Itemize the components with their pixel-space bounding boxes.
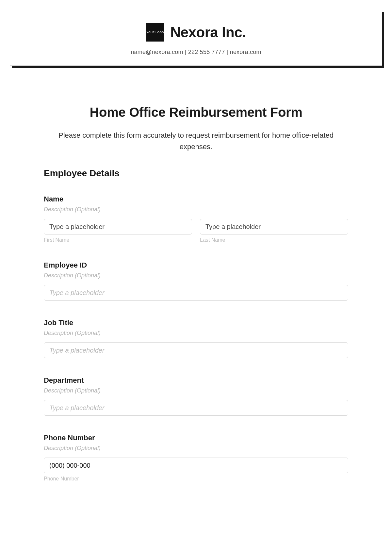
last-name-input[interactable] [200,219,348,235]
first-name-input[interactable] [44,219,192,235]
company-name: Nexora Inc. [170,24,246,41]
department-label: Department [44,376,348,385]
letterhead-card: YOUR LOGO Nexora Inc. name@nexora.com | … [10,10,382,66]
name-label: Name [44,195,348,203]
section-employee-details: Employee Details [44,168,348,179]
logo-placeholder: YOUR LOGO [146,23,164,42]
phone-desc: Description (Optional) [44,445,348,452]
field-employee-id: Employee ID Description (Optional) [44,261,348,301]
employee-id-label: Employee ID [44,261,348,269]
field-phone: Phone Number Description (Optional) Phon… [44,434,348,482]
job-title-desc: Description (Optional) [44,330,348,337]
department-desc: Description (Optional) [44,387,348,394]
field-name: Name Description (Optional) First Name L… [44,195,348,243]
job-title-input[interactable] [44,342,348,358]
page: YOUR LOGO Nexora Inc. name@nexora.com | … [0,0,392,482]
name-desc: Description (Optional) [44,206,348,213]
job-title-label: Job Title [44,319,348,327]
first-name-col: First Name [44,219,192,243]
phone-label: Phone Number [44,434,348,442]
phone-sublabel: Phone Number [44,476,348,482]
letterhead-title-row: YOUR LOGO Nexora Inc. [17,23,375,42]
employee-id-desc: Description (Optional) [44,272,348,279]
contact-line: name@nexora.com | 222 555 7777 | nexora.… [17,49,375,56]
name-input-row: First Name Last Name [44,219,348,243]
department-input[interactable] [44,400,348,416]
form-intro: Please complete this form accurately to … [44,130,348,152]
form-title: Home Office Reimbursement Form [44,105,348,120]
last-name-col: Last Name [200,219,348,243]
field-job-title: Job Title Description (Optional) [44,319,348,358]
field-department: Department Description (Optional) [44,376,348,416]
employee-id-input[interactable] [44,285,348,301]
form-content: Home Office Reimbursement Form Please co… [10,105,382,482]
logo-text: YOUR LOGO [146,31,164,34]
first-name-sublabel: First Name [44,237,192,243]
phone-input[interactable] [44,458,348,473]
last-name-sublabel: Last Name [200,237,348,243]
